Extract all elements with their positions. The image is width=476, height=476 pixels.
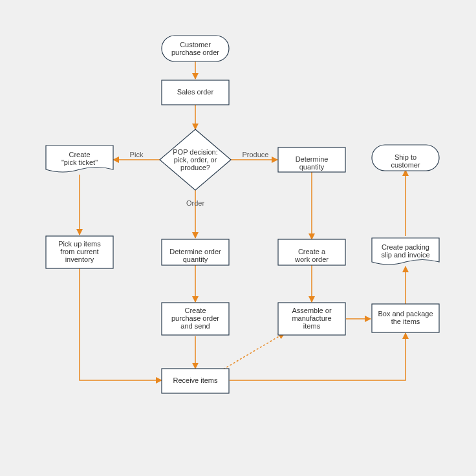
node-ship-text: Ship tocustomer [391, 153, 420, 169]
node-create-pick-ticket: Create"pick ticket" [46, 146, 113, 172]
node-customer-po: Customerpurchase order [162, 36, 229, 61]
node-sales-order: Sales order [162, 80, 229, 105]
edge-label-produce: Produce [243, 151, 269, 158]
node-pop-decision: POP decision:pick, order, orproduce? [160, 129, 231, 190]
node-create-work-order-text: Create awork order [294, 248, 329, 263]
edge-pickup-to-receive [80, 268, 162, 380]
edge-label-pick: Pick [130, 151, 144, 158]
flowchart-canvas: Pick Produce Order Customerpurchase orde… [0, 0, 476, 476]
edge-receive-to-assemble [220, 333, 285, 371]
node-pickup-items: Pick up itemsfrom currentinventory [46, 236, 113, 268]
node-assemble: Assemble ormanufactureitems [278, 303, 345, 335]
node-box-package: Box and packagethe items [372, 304, 439, 332]
node-determine-qty-text: Determinequantity [296, 155, 329, 171]
edge-receive-to-box [230, 333, 406, 380]
node-create-packing: Create packingslip and invoice [372, 238, 439, 265]
node-determine-qty: Determinequantity [278, 147, 345, 172]
node-receive-items: Receive items [162, 369, 229, 393]
node-ship: Ship tocustomer [372, 145, 439, 171]
node-sales-order-text: Sales order [177, 88, 214, 96]
node-determine-order-qty: Determine orderquantity [162, 239, 229, 265]
edge-label-order: Order [186, 199, 204, 207]
node-create-po-send: Createpurchase orderand send [162, 303, 229, 335]
node-create-work-order: Create awork order [278, 239, 345, 265]
node-create-packing-text: Create packingslip and invoice [381, 243, 429, 259]
node-receive-items-text: Receive items [173, 376, 218, 384]
